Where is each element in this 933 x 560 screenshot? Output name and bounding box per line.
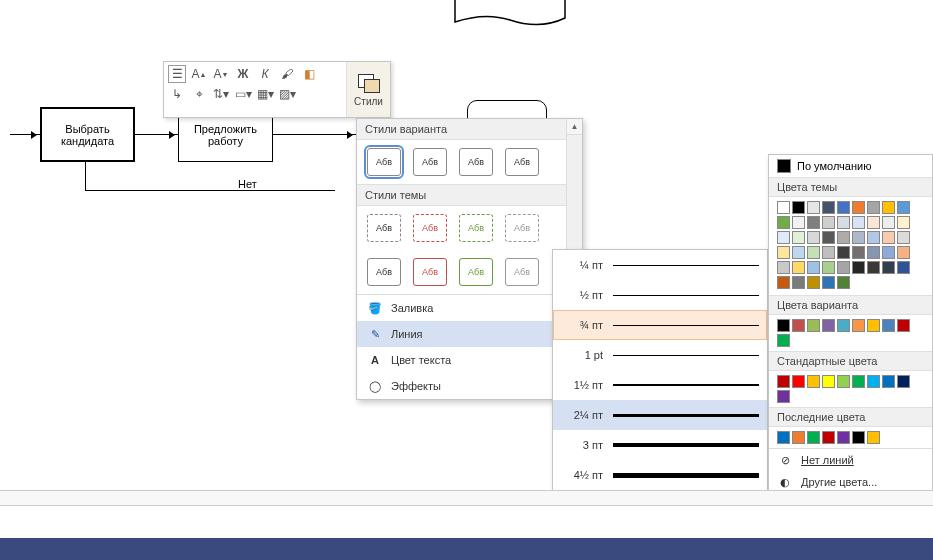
style-swatch[interactable]: Абв bbox=[367, 214, 401, 242]
color-swatch[interactable] bbox=[837, 431, 850, 444]
style-swatch[interactable]: Абв bbox=[413, 214, 447, 242]
color-swatch[interactable] bbox=[807, 216, 820, 229]
format-painter-icon[interactable]: 🖌 bbox=[278, 65, 296, 83]
color-swatch[interactable] bbox=[807, 319, 820, 332]
color-swatch[interactable] bbox=[867, 261, 880, 274]
color-swatch[interactable] bbox=[792, 375, 805, 388]
fill-menu-item[interactable]: 🪣Заливка bbox=[357, 295, 582, 321]
color-swatch[interactable] bbox=[822, 375, 835, 388]
color-swatch[interactable] bbox=[852, 201, 865, 214]
thickness-option[interactable]: ½ пт bbox=[553, 280, 767, 310]
color-swatch[interactable] bbox=[777, 390, 790, 403]
color-swatch[interactable] bbox=[792, 431, 805, 444]
style-swatch[interactable]: Абв bbox=[505, 148, 539, 176]
color-swatch[interactable] bbox=[897, 319, 910, 332]
align-icon[interactable]: ⇅▾ bbox=[212, 85, 230, 103]
color-swatch[interactable] bbox=[777, 201, 790, 214]
style-swatch[interactable]: Абв bbox=[505, 214, 539, 242]
color-swatch[interactable] bbox=[837, 201, 850, 214]
color-swatch[interactable] bbox=[822, 276, 835, 289]
color-swatch[interactable] bbox=[852, 231, 865, 244]
color-swatch[interactable] bbox=[852, 431, 865, 444]
color-swatch[interactable] bbox=[852, 375, 865, 388]
color-swatch[interactable] bbox=[837, 216, 850, 229]
color-swatch[interactable] bbox=[867, 216, 880, 229]
scroll-up-icon[interactable]: ▲ bbox=[567, 119, 582, 135]
color-swatch[interactable] bbox=[792, 276, 805, 289]
color-swatch[interactable] bbox=[897, 261, 910, 274]
color-swatch[interactable] bbox=[852, 246, 865, 259]
style-swatch[interactable]: Абв bbox=[413, 148, 447, 176]
color-swatch[interactable] bbox=[882, 319, 895, 332]
color-swatch[interactable] bbox=[792, 231, 805, 244]
color-swatch[interactable] bbox=[867, 319, 880, 332]
color-swatch[interactable] bbox=[822, 431, 835, 444]
color-swatch[interactable] bbox=[807, 201, 820, 214]
color-swatch[interactable] bbox=[882, 375, 895, 388]
color-swatch[interactable] bbox=[837, 276, 850, 289]
color-swatch[interactable] bbox=[807, 246, 820, 259]
style-swatch[interactable]: Абв bbox=[459, 214, 493, 242]
no-lines-menu-item[interactable]: ⊘Нет линий bbox=[769, 449, 932, 471]
color-swatch[interactable] bbox=[807, 375, 820, 388]
send-back-icon[interactable]: ▨▾ bbox=[278, 85, 296, 103]
color-swatch[interactable] bbox=[867, 431, 880, 444]
thickness-option[interactable]: 1½ пт bbox=[553, 370, 767, 400]
color-swatch[interactable] bbox=[777, 431, 790, 444]
thickness-option[interactable]: 4½ пт bbox=[553, 460, 767, 490]
color-swatch[interactable] bbox=[807, 431, 820, 444]
color-swatch[interactable] bbox=[867, 246, 880, 259]
increase-font-icon[interactable]: A▲ bbox=[190, 65, 208, 83]
color-swatch[interactable] bbox=[807, 231, 820, 244]
color-swatch[interactable] bbox=[822, 216, 835, 229]
color-swatch[interactable] bbox=[897, 246, 910, 259]
color-swatch[interactable] bbox=[882, 246, 895, 259]
color-swatch[interactable] bbox=[897, 216, 910, 229]
color-swatch[interactable] bbox=[777, 276, 790, 289]
color-swatch[interactable] bbox=[837, 319, 850, 332]
color-swatch[interactable] bbox=[777, 216, 790, 229]
default-color-row[interactable]: По умолчанию bbox=[769, 155, 932, 177]
color-swatch[interactable] bbox=[867, 375, 880, 388]
color-swatch[interactable] bbox=[897, 231, 910, 244]
color-swatch[interactable] bbox=[792, 216, 805, 229]
color-swatch[interactable] bbox=[882, 216, 895, 229]
pointer-tool-icon[interactable]: ⌖ bbox=[190, 85, 208, 103]
color-swatch[interactable] bbox=[852, 319, 865, 332]
fill-color-icon[interactable]: ◧ bbox=[300, 65, 318, 83]
connector-tool-icon[interactable]: ↳ bbox=[168, 85, 186, 103]
color-swatch[interactable] bbox=[822, 201, 835, 214]
style-swatch[interactable]: Абв bbox=[505, 258, 539, 286]
thickness-option[interactable]: 2¼ пт bbox=[553, 400, 767, 430]
group-icon[interactable]: ▭▾ bbox=[234, 85, 252, 103]
color-swatch[interactable] bbox=[882, 231, 895, 244]
color-swatch[interactable] bbox=[777, 375, 790, 388]
color-swatch[interactable] bbox=[777, 246, 790, 259]
italic-icon[interactable]: К bbox=[256, 65, 274, 83]
color-swatch[interactable] bbox=[792, 319, 805, 332]
color-swatch[interactable] bbox=[792, 246, 805, 259]
bold-icon[interactable]: Ж bbox=[234, 65, 252, 83]
styles-dropdown-button[interactable]: Стили bbox=[346, 62, 390, 117]
thickness-option[interactable]: ¾ пт bbox=[553, 310, 767, 340]
style-swatch[interactable]: Абв bbox=[367, 148, 401, 176]
bring-front-icon[interactable]: ▦▾ bbox=[256, 85, 274, 103]
color-swatch[interactable] bbox=[822, 246, 835, 259]
textbox-icon[interactable]: ☰ bbox=[168, 65, 186, 83]
color-swatch[interactable] bbox=[777, 231, 790, 244]
color-swatch[interactable] bbox=[882, 261, 895, 274]
color-swatch[interactable] bbox=[777, 261, 790, 274]
text-color-menu-item[interactable]: АЦвет текста bbox=[357, 347, 582, 373]
color-swatch[interactable] bbox=[777, 319, 790, 332]
color-swatch[interactable] bbox=[807, 261, 820, 274]
flowchart-process-1[interactable]: Выбрать кандидата bbox=[40, 107, 135, 162]
color-swatch[interactable] bbox=[777, 334, 790, 347]
color-swatch[interactable] bbox=[837, 246, 850, 259]
color-swatch[interactable] bbox=[867, 231, 880, 244]
color-swatch[interactable] bbox=[822, 319, 835, 332]
thickness-option[interactable]: 1 pt bbox=[553, 340, 767, 370]
decrease-font-icon[interactable]: A▼ bbox=[212, 65, 230, 83]
color-swatch[interactable] bbox=[837, 375, 850, 388]
color-swatch[interactable] bbox=[852, 261, 865, 274]
color-swatch[interactable] bbox=[882, 201, 895, 214]
